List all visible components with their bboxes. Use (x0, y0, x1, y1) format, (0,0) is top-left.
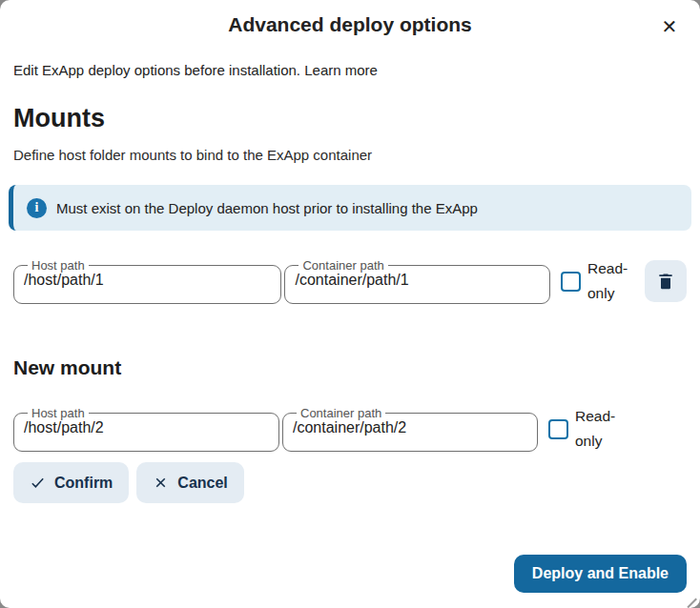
host-path-field-2: Host path (13, 407, 279, 452)
intro-text: Edit ExApp deploy options before install… (13, 62, 687, 78)
container-path-field-1: Container path (284, 259, 550, 304)
container-path-input-1[interactable] (295, 272, 540, 289)
delete-mount-button[interactable] (645, 260, 687, 302)
readonly-checkbox-2[interactable] (548, 419, 568, 439)
container-path-input-2[interactable] (293, 419, 527, 436)
host-path-label-1: Host path (28, 259, 89, 272)
mounts-description: Define host folder mounts to bind to the… (13, 147, 687, 163)
mount-row-existing: Host path Container path Read-only (13, 256, 687, 307)
info-note-banner: i Must exist on the Deploy daemon host p… (9, 185, 691, 231)
info-icon: i (27, 198, 47, 218)
info-note-text: Must exist on the Deploy daemon host pri… (56, 200, 478, 216)
host-path-input-2[interactable] (24, 419, 269, 436)
close-button[interactable]: ✕ (654, 11, 685, 42)
host-path-label-2: Host path (28, 407, 89, 419)
confirm-button-label: Confirm (54, 475, 113, 492)
readonly-option-2: Read-only (548, 404, 621, 455)
check-icon (30, 475, 46, 491)
container-path-label-1: Container path (299, 259, 387, 272)
new-mount-actions: Confirm Cancel (13, 462, 687, 503)
container-path-field-2: Container path (282, 407, 538, 452)
learn-more-link[interactable]: Learn more (304, 62, 378, 78)
readonly-option-1: Read-only (561, 256, 633, 307)
new-mount-heading: New mount (13, 356, 687, 379)
resize-handle-icon[interactable] (688, 596, 699, 607)
modal-footer: Deploy and Enable (514, 555, 687, 593)
deploy-and-enable-button[interactable]: Deploy and Enable (514, 555, 687, 593)
confirm-button[interactable]: Confirm (13, 462, 129, 503)
readonly-label-1[interactable]: Read-only (587, 256, 633, 307)
container-path-label-2: Container path (297, 407, 385, 419)
cancel-button[interactable]: Cancel (136, 462, 243, 503)
host-path-input-1[interactable] (24, 272, 271, 289)
mount-row-new: Host path Container path Read-only (13, 404, 687, 455)
advanced-deploy-options-modal: Advanced deploy options ✕ Edit ExApp dep… (0, 0, 700, 608)
trash-icon (656, 272, 675, 291)
x-icon (153, 475, 169, 491)
cancel-button-label: Cancel (177, 475, 227, 492)
mounts-heading: Mounts (13, 104, 687, 133)
readonly-label-2[interactable]: Read-only (575, 404, 621, 455)
modal-header: Advanced deploy options ✕ (13, 0, 687, 36)
close-icon: ✕ (662, 16, 678, 37)
host-path-field-1: Host path (13, 259, 281, 304)
modal-title: Advanced deploy options (13, 13, 687, 36)
deploy-button-label: Deploy and Enable (532, 565, 669, 581)
readonly-checkbox-1[interactable] (561, 272, 581, 292)
intro-description: Edit ExApp deploy options before install… (13, 62, 300, 78)
